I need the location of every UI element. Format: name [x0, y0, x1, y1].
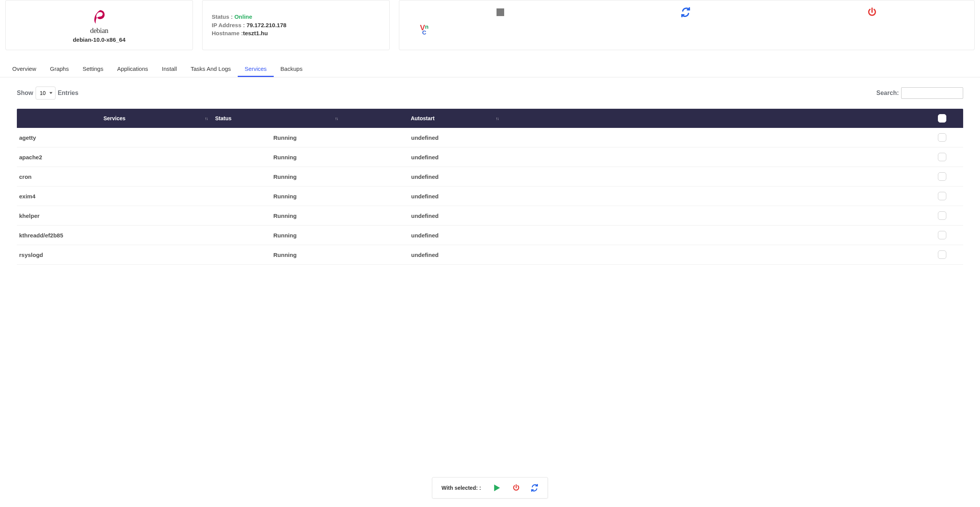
tab-backups[interactable]: Backups	[274, 62, 310, 77]
cell-select	[503, 206, 963, 225]
stop-button[interactable]	[497, 8, 504, 16]
cell-select	[503, 265, 963, 270]
cell-autostart: undefined	[342, 186, 503, 206]
table-row: kthreadd/ef2b85Runningundefined	[17, 226, 963, 245]
restart-button[interactable]	[681, 7, 691, 17]
row-checkbox[interactable]	[938, 133, 946, 142]
actions-card: VnC	[399, 0, 975, 50]
cell-autostart: undefined	[342, 265, 503, 270]
row-checkbox[interactable]	[938, 231, 946, 239]
cell-status: Running	[212, 128, 342, 147]
services-table: Services ↑↓ Status ↑↓ Autostart ↑↓ agett…	[17, 109, 963, 270]
tab-install[interactable]: Install	[155, 62, 184, 77]
select-all-checkbox[interactable]	[938, 114, 946, 123]
refresh-icon	[681, 7, 691, 17]
os-version-label: debian-10.0-x86_64	[73, 36, 126, 43]
tab-graphs[interactable]: Graphs	[43, 62, 76, 77]
ip-value: 79.172.210.178	[247, 22, 286, 28]
power-button[interactable]	[867, 7, 877, 17]
table-row: exim4Runningundefined	[17, 186, 963, 206]
row-checkbox[interactable]	[938, 153, 946, 161]
status-value: Online	[234, 13, 252, 20]
tab-services[interactable]: Services	[238, 62, 274, 77]
ip-line: IP Address : 79.172.210.178	[212, 21, 380, 29]
tab-tasks-and-logs[interactable]: Tasks And Logs	[184, 62, 238, 77]
cell-service: saslauthd	[17, 265, 212, 270]
cell-service: khelper	[17, 206, 212, 225]
cell-status: Running	[212, 265, 342, 270]
table-row: rsyslogdRunningundefined	[17, 245, 963, 265]
hostname-line: Hostname :teszt1.hu	[212, 29, 380, 38]
cell-autostart: undefined	[342, 128, 503, 147]
tabs-nav: OverviewGraphsSettingsApplicationsInstal…	[0, 62, 980, 77]
vnc-icon: VnC	[420, 24, 429, 35]
cell-select	[503, 226, 963, 245]
cell-service: exim4	[17, 186, 212, 206]
row-checkbox[interactable]	[938, 172, 946, 181]
tab-applications[interactable]: Applications	[110, 62, 155, 77]
table-row: khelperRunningundefined	[17, 206, 963, 226]
cell-autostart: undefined	[342, 226, 503, 245]
cell-select	[503, 128, 963, 147]
cell-service: apache2	[17, 147, 212, 167]
hostname-value: teszt1.hu	[243, 30, 268, 36]
cell-service: kthreadd/ef2b85	[17, 226, 212, 245]
table-body: agettyRunningundefinedapache2Runningunde…	[17, 128, 963, 270]
cell-service: agetty	[17, 128, 212, 147]
tab-overview[interactable]: Overview	[5, 62, 43, 77]
row-checkbox[interactable]	[938, 211, 946, 220]
table-row: saslauthdRunningundefined	[17, 265, 963, 270]
cell-autostart: undefined	[342, 147, 503, 167]
cell-service: cron	[17, 167, 212, 186]
col-select-header	[503, 109, 963, 128]
table-row: cronRunningundefined	[17, 167, 963, 186]
table-header: Services ↑↓ Status ↑↓ Autostart ↑↓	[17, 109, 963, 128]
os-card: debian debian-10.0-x86_64	[5, 0, 193, 50]
cell-status: Running	[212, 245, 342, 264]
table-row: agettyRunningundefined	[17, 128, 963, 147]
col-status-header[interactable]: Status ↑↓	[212, 109, 342, 128]
cell-status: Running	[212, 167, 342, 186]
cell-select	[503, 167, 963, 186]
server-info-card: Status : Online IP Address : 79.172.210.…	[202, 0, 390, 50]
sort-icon: ↑↓	[205, 116, 207, 121]
cell-autostart: undefined	[342, 245, 503, 264]
stop-icon	[497, 8, 504, 16]
tab-settings[interactable]: Settings	[76, 62, 110, 77]
cell-select	[503, 245, 963, 264]
sort-icon: ↑↓	[335, 116, 338, 121]
debian-brand-text: debian	[90, 26, 108, 35]
search-input[interactable]	[901, 87, 963, 99]
cell-status: Running	[212, 186, 342, 206]
sort-icon: ↑↓	[496, 116, 498, 121]
row-checkbox[interactable]	[938, 192, 946, 200]
cell-autostart: undefined	[342, 206, 503, 225]
cell-service: rsyslogd	[17, 245, 212, 264]
status-line: Status : Online	[212, 13, 380, 21]
cell-status: Running	[212, 147, 342, 167]
power-icon	[867, 7, 877, 17]
col-services-header[interactable]: Services ↑↓	[17, 109, 212, 128]
cell-status: Running	[212, 206, 342, 225]
cell-select	[503, 186, 963, 206]
show-label: Show	[17, 90, 33, 96]
cell-autostart: undefined	[342, 167, 503, 186]
table-row: apache2Runningundefined	[17, 147, 963, 167]
row-checkbox[interactable]	[938, 250, 946, 259]
col-autostart-header[interactable]: Autostart ↑↓	[342, 109, 503, 128]
vnc-button[interactable]: VnC	[420, 24, 429, 35]
debian-logo-icon	[91, 7, 107, 27]
search-label: Search:	[876, 90, 899, 96]
cell-select	[503, 147, 963, 167]
entries-label: Entries	[58, 90, 78, 96]
page-size-select[interactable]: 10	[36, 87, 56, 100]
cell-status: Running	[212, 226, 342, 245]
